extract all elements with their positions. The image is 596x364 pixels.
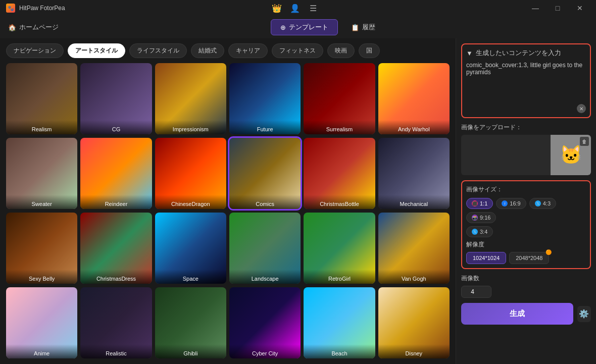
grid-item-label-ghibli: Ghibli [155,344,226,358]
grid-item-label-disney: Disney [378,344,450,358]
tab-template[interactable]: ⊕ テンプレート [271,19,338,35]
grid-item-label-xmas-bottle: ChristmasBottle [304,195,375,209]
grid-item-xmas-bottle[interactable]: ChristmasBottle [304,138,375,209]
twitter-icon-2: 𝕏 [472,229,478,235]
grid-item-future[interactable]: Future [229,63,301,134]
tab-history[interactable]: 📋 履歴 [342,20,384,35]
home-link[interactable]: 🏠 ホームページ [8,23,59,32]
title-bar-left: 🐾 HitPaw FotorPea [6,4,65,13]
grid-item-surrealism[interactable]: Surrealism [304,63,375,134]
profile-icon[interactable]: 👤 [288,1,302,15]
clear-prompt-button[interactable]: ✕ [577,104,586,113]
grid-item-andy-warhol[interactable]: Andy Warhol [378,63,450,134]
upload-section: 画像をアップロード： 🐱 🗑 [461,123,591,175]
close-button[interactable]: ✕ [570,0,590,16]
settings-button[interactable]: ⚙️ [577,306,591,322]
grid-item-label-cg: CG [80,120,152,134]
cat-wedding[interactable]: 結婚式 [191,43,224,58]
grid-item-label-surrealism: Surrealism [304,120,375,134]
generate-button[interactable]: 生成 [461,303,573,325]
grid-item-retro-girl[interactable]: RetroGirl [304,213,375,284]
grid-item-realistic[interactable]: Realistic [80,287,152,358]
grid-item-space[interactable]: Space [155,213,226,284]
upload-label: 画像をアップロード： [461,123,591,132]
grid-item-comics[interactable]: Comics [229,138,301,209]
app-logo: 🐾 [6,4,15,13]
res-btn-2048[interactable]: 2048*2048 [509,252,549,264]
size-label-9-16: 9:16 [480,215,490,221]
grid-item-van-gogh[interactable]: Van Gogh [378,213,450,284]
menu-icon[interactable]: ☰ [306,1,320,15]
prompt-header: ▼ 生成したいコンテンツを入力 [466,48,586,58]
size-label-4-3: 4:3 [543,200,551,206]
resolution-label: 解像度 [466,240,586,249]
grid-item-label-future: Future [229,120,301,134]
cat-fitness[interactable]: フィットネス [272,43,323,58]
grid-item-xmas-dress[interactable]: ChristmasDress [80,213,152,284]
prompt-input[interactable]: comic_book_cover:1.3, little girl goes t… [466,62,586,102]
title-bar-icons: 👑 👤 ☰ [270,1,320,15]
cat-navigation[interactable]: ナビゲーション [6,43,64,58]
minimize-button[interactable]: — [525,0,545,16]
res-label-1024: 1024*1024 [473,255,500,261]
home-label: ホームページ [19,23,59,32]
upload-area[interactable]: 🐱 🗑 [461,135,591,175]
grid-item-label-space: Space [155,270,226,284]
grid-item-landscape[interactable]: Landscape [229,213,301,284]
grid-item-sexy-belly[interactable]: Sexy Belly [6,213,77,284]
grid-item-label-sweater: Sweater [6,195,77,209]
size-btn-9-16[interactable]: 📸 9:16 [466,212,496,223]
grid-item-label-realism: Realism [6,120,77,134]
grid-item-impressionism[interactable]: Impressionism [155,63,226,134]
count-input[interactable] [461,286,491,298]
cat-artstyle[interactable]: アートスタイル [68,43,125,58]
size-btn-4-3[interactable]: 𝕏 4:3 [529,198,556,209]
cat-country[interactable]: 国 [359,43,380,58]
grid-item-ghibli[interactable]: Ghibli [155,287,226,358]
instagram-icon-2: 📸 [472,215,478,221]
crown-icon[interactable]: 👑 [270,1,284,15]
res-btn-1024[interactable]: 1024*1024 [466,252,506,264]
cat-career[interactable]: キャリア [228,43,268,58]
settings-icon: ⚙️ [579,309,589,319]
grid-item-cg[interactable]: CG [80,63,152,134]
grid-item-anime[interactable]: Anime [6,287,77,358]
cat-image-icon: 🐱 [560,144,582,166]
grid-item-mechanical[interactable]: Mechanical [378,138,450,209]
twitter-icon-1: 𝕏 [535,200,541,206]
prompt-header-label: 生成したいコンテンツを入力 [476,48,561,58]
grid-item-beach[interactable]: Beach [304,287,375,358]
app-name: HitPaw FotorPea [19,5,65,12]
history-icon: 📋 [351,24,359,31]
chevron-icon: ▼ [466,49,473,57]
category-tabs: ナビゲーション アートスタイル ライフスタイル 結婚式 キャリア フィットネス … [6,43,450,58]
size-btn-3-4[interactable]: 𝕏 3:4 [466,226,493,237]
maximize-button[interactable]: □ [548,0,568,16]
size-label-16-9: 16:9 [510,200,520,206]
grid-item-sweater[interactable]: Sweater [6,138,77,209]
delete-upload-button[interactable]: 🗑 [580,137,589,146]
size-buttons: ⬛ 1:1 f 16:9 𝕏 4:3 📸 9:16 [466,198,586,223]
grid-item-label-andy-warhol: Andy Warhol [378,120,450,134]
grid-item-disney[interactable]: Disney [378,287,450,358]
grid-item-label-cyber-city: Cyber City [229,344,301,358]
grid-item-realism[interactable]: Realism [6,63,77,134]
size-label: 画像サイズ： [466,185,586,194]
size-label-3-4: 3:4 [480,229,487,235]
size-btn-16-9[interactable]: f 16:9 [496,198,526,209]
grid-item-chinese-dragon[interactable]: ChineseDragon [155,138,226,209]
grid-item-label-impressionism: Impressionism [155,120,226,134]
title-bar: 🐾 HitPaw FotorPea 👑 👤 ☰ — □ ✕ [0,0,596,16]
bottom-actions: 生成 ⚙️ [461,303,591,325]
cat-movie[interactable]: 映画 [327,43,355,58]
home-icon: 🏠 [8,24,16,31]
size-btn-1-1[interactable]: ⬛ 1:1 [466,198,493,209]
grid-item-reindeer[interactable]: Reindeer [80,138,152,209]
grid-item-label-chinese-dragon: ChineseDragon [155,195,226,209]
grid-item-label-beach: Beach [304,344,375,358]
prompt-section: ▼ 生成したいコンテンツを入力 comic_book_cover:1.3, li… [461,43,591,118]
cat-lifestyle[interactable]: ライフスタイル [129,43,187,58]
template-grid: RealismCGImpressionismFutureSurrealismAn… [6,63,450,359]
grid-item-cyber-city[interactable]: Cyber City [229,287,301,358]
instagram-icon: ⬛ [472,200,478,206]
